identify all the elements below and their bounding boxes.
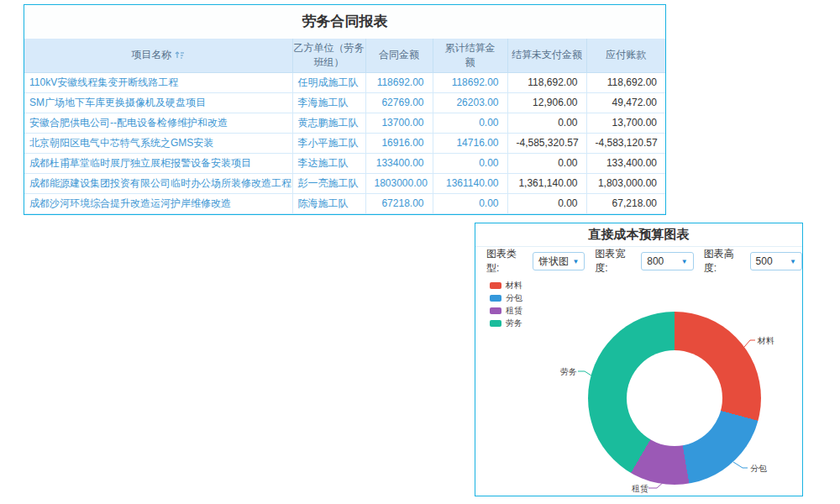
table-row: 安徽合肥供电公司--配电设备检修维护和改造 黄志鹏施工队 13700.00 0.… — [24, 113, 665, 133]
chart-width-select[interactable]: 800 ▼ — [641, 252, 693, 270]
legend-swatch — [490, 295, 501, 302]
project-name-cell: 成都能源建设集团投资有限公司临时办公场所装修改造工程EPC — [24, 173, 292, 193]
unpaid-amount-cell: 1,361,140.00 — [507, 173, 586, 193]
unpaid-amount-cell: 118,692.00 — [507, 72, 586, 92]
legend-label: 劳务 — [506, 318, 522, 329]
team-cell: 任明成施工队 — [292, 72, 365, 92]
project-name-cell: SM广场地下车库更换摄像机及硬盘项目 — [24, 92, 292, 113]
payable-amount-cell: 118,692.00 — [586, 72, 665, 92]
table-row: 成都沙河环境综合提升改造运河护岸维修改造 陈海施工队 67218.00 0.00… — [24, 193, 665, 213]
legend-item[interactable]: 租赁 — [490, 304, 522, 317]
unpaid-amount-cell: 0.00 — [507, 153, 586, 173]
legend-label: 分包 — [506, 292, 522, 304]
column-header-team[interactable]: 乙方单位（劳务班组） — [292, 39, 365, 72]
report-table: 项目名称 乙方单位（劳务班组） 合同金额 累计结算金额 结算未支付金额 应付账款… — [24, 39, 665, 214]
contract-amount-cell: 16916.00 — [365, 133, 433, 153]
table-header-row: 项目名称 乙方单位（劳务班组） 合同金额 累计结算金额 结算未支付金额 应付账款 — [24, 39, 665, 72]
chart-type-label: 图表类型: — [486, 247, 522, 276]
unpaid-amount-cell: 0.00 — [507, 113, 586, 133]
column-header-payable[interactable]: 应付账款 — [586, 39, 665, 72]
table-row: 110kV安徽线程集变开断线路工程 任明成施工队 118692.00 11869… — [24, 72, 665, 92]
contract-amount-cell: 67218.00 — [365, 193, 433, 213]
legend-item[interactable]: 分包 — [490, 291, 522, 304]
legend-swatch — [490, 282, 501, 289]
payable-amount-cell: -4,583,120.57 — [586, 133, 665, 153]
unpaid-amount-cell: -4,585,320.57 — [507, 133, 586, 153]
chart-title: 直接成本预算图表 — [475, 223, 802, 247]
project-name-cell: 成都杜甫草堂临时展厅独立展柜报警设备安装项目 — [24, 153, 292, 173]
column-header-contract[interactable]: 合同金额 — [365, 39, 433, 72]
column-header-settled[interactable]: 累计结算金额 — [433, 39, 507, 72]
unpaid-amount-cell: 12,906.00 — [507, 92, 586, 113]
labor-contract-report-panel: 劳务合同报表 项目名称 乙方单位（劳务班组） 合同金额 累计结算金额 结算未支付… — [24, 4, 666, 215]
chart-height-value: 500 — [756, 255, 773, 267]
settled-amount-cell: 118692.00 — [433, 72, 507, 92]
chart-width-value: 800 — [647, 255, 664, 267]
contract-amount-cell: 62769.00 — [365, 92, 433, 113]
project-name-cell: 110kV安徽线程集变开断线路工程 — [24, 72, 292, 92]
sort-ascending-icon[interactable] — [175, 50, 185, 62]
project-name-cell: 安徽合肥供电公司--配电设备检修维护和改造 — [24, 113, 292, 133]
chart-legend: 材料 分包 租赁 劳务 — [490, 279, 522, 329]
legend-item[interactable]: 劳务 — [490, 317, 522, 329]
contract-amount-cell: 133400.00 — [365, 153, 433, 173]
payable-amount-cell: 49,472.00 — [586, 92, 665, 113]
chart-height-select[interactable]: 500 ▼ — [750, 252, 802, 270]
settled-amount-cell: 0.00 — [433, 193, 507, 213]
donut-chart: 材料 分包 租赁 劳务 材料 分包 租赁 劳务 — [475, 276, 802, 496]
slice-label: 材料 — [758, 335, 774, 347]
contract-amount-cell: 118692.00 — [365, 72, 433, 92]
legend-item[interactable]: 材料 — [490, 279, 522, 291]
legend-label: 租赁 — [506, 305, 522, 317]
project-name-cell: 北京朝阳区电气中芯特气系统之GMS安装 — [24, 133, 292, 153]
team-cell: 彭一亮施工队 — [292, 173, 365, 193]
settled-amount-cell: 0.00 — [433, 113, 507, 133]
unpaid-amount-cell: 0.00 — [507, 193, 586, 213]
legend-swatch — [490, 320, 501, 327]
table-row: 成都能源建设集团投资有限公司临时办公场所装修改造工程EPC 彭一亮施工队 180… — [24, 173, 665, 193]
table-row: 成都杜甫草堂临时展厅独立展柜报警设备安装项目 李达施工队 133400.00 0… — [24, 153, 665, 173]
settled-amount-cell: 26203.00 — [433, 92, 507, 113]
chevron-down-icon: ▼ — [790, 258, 796, 265]
legend-label: 材料 — [506, 280, 522, 291]
team-cell: 李达施工队 — [292, 153, 365, 173]
chart-controls: 图表类型: 饼状图 ▼ 图表宽度: 800 ▼ 图表高度: 500 ▼ — [475, 247, 802, 276]
chart-type-select[interactable]: 饼状图 ▼ — [533, 252, 585, 270]
settled-amount-cell: 14716.00 — [433, 133, 507, 153]
slice-label: 劳务 — [560, 366, 577, 378]
column-header-project[interactable]: 项目名称 — [24, 39, 292, 72]
team-cell: 李小平施工队 — [292, 133, 365, 153]
slice-label: 租赁 — [632, 483, 648, 495]
column-header-project-label: 项目名称 — [131, 49, 171, 60]
chevron-down-icon: ▼ — [681, 258, 688, 265]
legend-swatch — [490, 307, 501, 314]
project-name-cell: 成都沙河环境综合提升改造运河护岸维修改造 — [24, 193, 292, 213]
payable-amount-cell: 1,803,000.00 — [586, 173, 665, 193]
report-title: 劳务合同报表 — [24, 5, 665, 39]
table-row: 北京朝阳区电气中芯特气系统之GMS安装 李小平施工队 16916.00 1471… — [24, 133, 665, 153]
settled-amount-cell: 0.00 — [433, 153, 507, 173]
chart-width-label: 图表宽度: — [595, 247, 631, 276]
payable-amount-cell: 67,218.00 — [586, 193, 665, 213]
team-cell: 陈海施工队 — [292, 193, 365, 213]
team-cell: 李海施工队 — [292, 92, 365, 113]
donut-hole — [627, 350, 722, 446]
settled-amount-cell: 1361140.00 — [433, 173, 507, 193]
team-cell: 黄志鹏施工队 — [292, 113, 365, 133]
table-row: SM广场地下车库更换摄像机及硬盘项目 李海施工队 62769.00 26203.… — [24, 92, 665, 113]
payable-amount-cell: 13,700.00 — [586, 113, 665, 133]
contract-amount-cell: 13700.00 — [365, 113, 433, 133]
column-header-unpaid[interactable]: 结算未支付金额 — [507, 39, 586, 72]
chart-type-value: 饼状图 — [538, 255, 569, 269]
slice-label: 分包 — [750, 463, 767, 475]
payable-amount-cell: 133,400.00 — [586, 153, 665, 173]
direct-cost-chart-panel: 直接成本预算图表 图表类型: 饼状图 ▼ 图表宽度: 800 ▼ 图表高度: 5… — [475, 223, 803, 496]
contract-amount-cell: 1803000.00 — [365, 173, 433, 193]
chart-height-label: 图表高度: — [704, 247, 740, 276]
chevron-down-icon: ▼ — [572, 258, 579, 265]
